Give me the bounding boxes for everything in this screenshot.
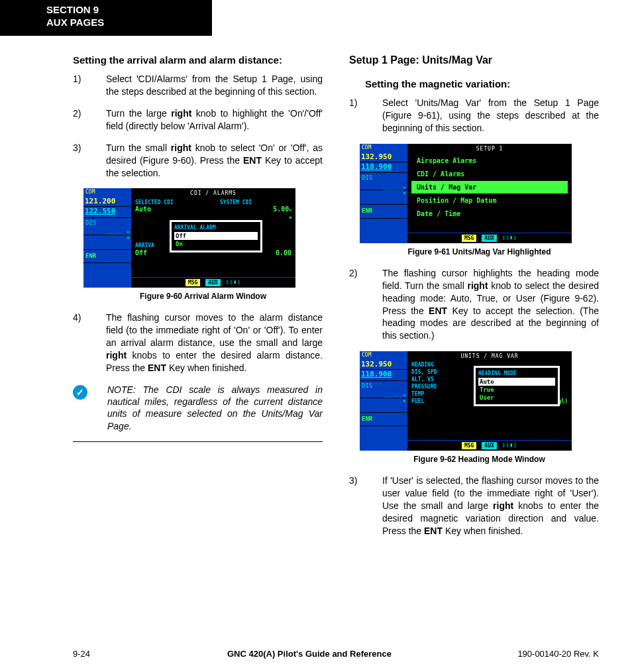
left-column: Setting the arrival alarm and alarm dist… bbox=[73, 54, 323, 547]
gps62-popup-true: True bbox=[478, 386, 555, 394]
left-steps-cont: The flashing cursor moves to the alarm d… bbox=[73, 311, 323, 374]
note-text: NOTE: The CDI scale is always measured i… bbox=[93, 384, 323, 432]
gps62-bottom-bar: MSG AUX ▯▯▮▯ bbox=[407, 440, 572, 451]
gps-display-61: COM 132.950 118.900 DIS____.__n m ENR SE… bbox=[360, 144, 572, 243]
left-step-1: Select 'CDI/Alarms' from the Setup 1 Pag… bbox=[90, 73, 323, 98]
gps61-freq-active: 132.950 bbox=[360, 151, 407, 162]
gps60-right-panel: CDI / ALARMS SELECTED CDI SYSTEM CDI Aut… bbox=[131, 188, 295, 288]
gps61-bottom-bar: MSG AUX ▯▯▮▯ bbox=[407, 233, 572, 243]
right-step-1: Select 'Units/Mag Var' from the Setup 1 … bbox=[366, 97, 599, 135]
gps60-com-label: COM bbox=[83, 188, 131, 196]
figure-9-60: COM 121.200 122.550 DIS____.__n m ENR CD… bbox=[83, 188, 323, 301]
gps60-aux-annunciator: AUX bbox=[205, 279, 220, 286]
gps61-enr: ENR bbox=[360, 205, 407, 218]
gps61-item-airspace: Airspace Alarms bbox=[411, 154, 568, 167]
gps60-msg-annunciator: MSG bbox=[185, 279, 200, 286]
gps62-page-bars: ▯▯▮▯ bbox=[502, 442, 517, 449]
right-page-title: Setup 1 Page: Units/Mag Var bbox=[349, 54, 599, 66]
section-title: AUX PAGES bbox=[46, 17, 200, 29]
figure-9-61: COM 132.950 118.900 DIS____.__n m ENR SE… bbox=[360, 144, 599, 256]
gps61-aux-annunciator: AUX bbox=[482, 235, 496, 242]
gps60-dis: DIS____.__n m bbox=[83, 218, 131, 235]
gps60-left-panel: COM 121.200 122.550 DIS____.__n m ENR bbox=[83, 188, 131, 288]
right-step-3: If 'User' is selected, the flashing curs… bbox=[366, 475, 599, 537]
footer-revision: 190-00140-20 Rev. K bbox=[493, 649, 599, 659]
gps60-enr: ENR bbox=[83, 250, 131, 263]
gps61-item-position: Position / Map Datum bbox=[411, 194, 568, 207]
gps60-popup-title: ARRIVAL ALARM bbox=[174, 225, 258, 231]
gps60-freq-active: 121.200 bbox=[83, 196, 131, 207]
gps61-screen-title: SETUP 1 bbox=[407, 144, 572, 154]
gps61-page-bars: ▯▯▮▯ bbox=[502, 235, 517, 242]
gps61-right-panel: SETUP 1 Airspace Alarms CDI / Alarms Uni… bbox=[407, 144, 572, 243]
footer-title: GNC 420(A) Pilot's Guide and Reference bbox=[126, 649, 493, 659]
gps62-popup-title: HEADING MODE bbox=[478, 370, 555, 376]
gps-display-62: COM 132.950 118.900 DIS____.__n m ENR UN… bbox=[360, 351, 572, 451]
left-step-4: The flashing cursor moves to the alarm d… bbox=[90, 311, 323, 374]
figure-9-60-caption: Figure 9-60 Arrival Alarm Window bbox=[83, 292, 323, 301]
figure-9-62: COM 132.950 118.900 DIS____.__n m ENR UN… bbox=[360, 351, 599, 464]
page-body: Setting the arrival alarm and alarm dist… bbox=[0, 54, 632, 547]
page-number: 9-24 bbox=[73, 649, 126, 659]
right-heading: Setting the magnetic variation: bbox=[365, 78, 599, 91]
right-steps: Select 'Units/Mag Var' from the Setup 1 … bbox=[349, 97, 599, 135]
gps-display-60: COM 121.200 122.550 DIS____.__n m ENR CD… bbox=[83, 188, 295, 288]
left-heading: Setting the arrival alarm and alarm dist… bbox=[73, 54, 323, 67]
gps62-freq-standby: 118.900 bbox=[360, 370, 407, 381]
note-icon: ✓ bbox=[73, 385, 87, 400]
gps61-item-units: Units / Mag Var bbox=[411, 181, 568, 194]
section-header-tab: SECTION 9 AUX PAGES bbox=[0, 0, 212, 36]
gps62-right-panel: UNITS / MAG VAR HEADING DIS, SPD ALT, VS… bbox=[407, 351, 572, 451]
gps61-msg-annunciator: MSG bbox=[462, 235, 476, 242]
right-step-2: The flashing cursor highlights the headi… bbox=[366, 267, 599, 342]
gps62-enr: ENR bbox=[360, 413, 407, 426]
cdi-note: ✓ NOTE: The CDI scale is always measured… bbox=[73, 384, 323, 432]
gps61-item-cdi: CDI / Alarms bbox=[411, 168, 568, 180]
gps60-bottom-bar: MSG AUX ▯▯▮▯ bbox=[131, 277, 295, 288]
gps62-dis: DIS____.__n m bbox=[360, 381, 407, 398]
gps60-arrival-alarm-popup: ARRIVAL ALARM Off On bbox=[170, 220, 262, 252]
gps60-screen-title: CDI / ALARMS bbox=[131, 188, 295, 198]
gps62-left-panel: COM 132.950 118.900 DIS____.__n m ENR bbox=[360, 351, 407, 451]
gps62-screen-title: UNITS / MAG VAR bbox=[407, 351, 572, 361]
right-steps-3: If 'User' is selected, the flashing curs… bbox=[349, 475, 599, 537]
figure-9-62-caption: Figure 9-62 Heading Mode Window bbox=[360, 455, 599, 464]
gps62-msg-annunciator: MSG bbox=[462, 442, 476, 449]
gps62-aux-annunciator: AUX bbox=[482, 442, 496, 449]
gps61-dis: DIS____.__n m bbox=[360, 173, 407, 190]
right-steps-2: The flashing cursor highlights the headi… bbox=[349, 267, 599, 342]
left-step-2: Turn the large right knob to highlight t… bbox=[90, 107, 323, 133]
left-steps: Select 'CDI/Alarms' from the Setup 1 Pag… bbox=[73, 73, 323, 179]
left-step-3: Turn the small right knob to select 'On'… bbox=[90, 142, 323, 180]
gps60-popup-on: On bbox=[174, 240, 258, 248]
section-number: SECTION 9 bbox=[46, 4, 200, 17]
gps60-freq-standby: 122.550 bbox=[83, 207, 131, 218]
page-footer: 9-24 GNC 420(A) Pilot's Guide and Refere… bbox=[0, 649, 632, 659]
gps60-labels: SELECTED CDI SYSTEM CDI bbox=[131, 198, 295, 205]
gps62-freq-active: 132.950 bbox=[360, 359, 407, 370]
gps61-item-date: Date / Time bbox=[411, 207, 568, 220]
figure-9-61-caption: Figure 9-61 Units/Mag Var Highlighted bbox=[360, 247, 599, 256]
divider bbox=[73, 441, 323, 442]
gps60-popup-off: Off bbox=[174, 232, 258, 240]
gps60-page-bars: ▯▯▮▯ bbox=[226, 279, 241, 286]
gps61-com-label: COM bbox=[360, 144, 407, 151]
gps62-com-label: COM bbox=[360, 351, 407, 359]
gps62-popup-user: User bbox=[478, 394, 555, 402]
gps61-freq-standby: 118.900 bbox=[360, 162, 407, 174]
gps61-left-panel: COM 132.950 118.900 DIS____.__n m ENR bbox=[360, 144, 407, 243]
right-column: Setup 1 Page: Units/Mag Var Setting the … bbox=[349, 54, 599, 547]
gps62-popup-auto: Auto bbox=[478, 378, 555, 386]
gps62-heading-mode-popup: HEADING MODE Auto True User bbox=[474, 366, 560, 406]
